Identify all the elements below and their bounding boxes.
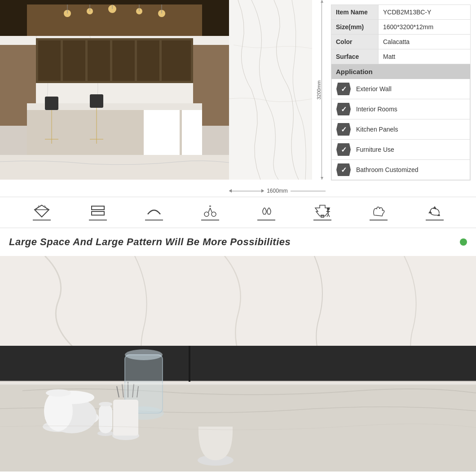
bottom-kitchen-photo [0, 256, 476, 472]
svg-rect-22 [162, 40, 191, 81]
svg-rect-74 [189, 346, 190, 382]
bottom-photo-svg [0, 256, 476, 472]
svg-rect-19 [88, 40, 110, 81]
svg-rect-64 [113, 400, 138, 436]
svg-rect-39 [92, 206, 104, 210]
surface-label: Surface [331, 49, 379, 64]
svg-rect-25 [144, 110, 180, 155]
svg-rect-21 [137, 40, 159, 81]
spec-row-size: Size(mm) 1600*3200*12mm [331, 20, 471, 35]
app-item-exterior-wall: Exterior Wall [331, 79, 470, 99]
svg-line-43 [208, 208, 210, 212]
svg-rect-18 [63, 40, 85, 81]
hand-icon [370, 204, 387, 218]
app-label-interior: Interior Rooms [356, 106, 397, 113]
item-name-value: YCDB2M13BC-Y [379, 5, 471, 20]
layers-icon [90, 204, 106, 218]
app-label-furniture: Furniture Use [356, 146, 394, 153]
feature-hand [370, 204, 388, 220]
tree-icon [313, 204, 331, 218]
check-icon-exterior [336, 83, 351, 95]
surface-value: Matt [379, 49, 471, 64]
recycle-icon [427, 204, 443, 218]
dim-width-label: 1600mm [264, 188, 291, 194]
svg-point-48 [327, 207, 330, 210]
spec-area: Item Name YCDB2M13BC-Y Size(mm) 1600*320… [326, 0, 476, 185]
feature-arc [145, 204, 163, 220]
check-icon-furniture [336, 143, 351, 156]
svg-rect-27 [45, 97, 58, 110]
feature-drops [257, 204, 275, 220]
feature-layers [89, 204, 107, 220]
svg-rect-51 [0, 346, 476, 382]
scissors-icon [202, 204, 218, 218]
svg-rect-30 [90, 94, 103, 108]
svg-point-41 [204, 212, 209, 216]
feature-tree [313, 204, 331, 220]
svg-rect-17 [38, 40, 61, 81]
app-label-bathroom: Bathroom Customized [356, 166, 419, 173]
features-bar [0, 197, 476, 228]
marble-tile-image [229, 0, 312, 180]
size-label: Size(mm) [331, 20, 379, 35]
svg-rect-34 [229, 0, 312, 180]
svg-point-42 [212, 212, 216, 216]
dimension-height: 3200mm [312, 0, 326, 180]
spec-row-surface: Surface Matt [331, 49, 471, 64]
size-value: 1600*3200*12mm [379, 20, 471, 35]
drops-icon [258, 204, 274, 218]
feature-recycle [426, 204, 444, 220]
dimension-width-row: 1600mm [229, 185, 326, 197]
spec-table: Item Name YCDB2M13BC-Y Size(mm) 1600*320… [331, 4, 471, 64]
svg-line-44 [210, 208, 212, 212]
color-label: Color [331, 35, 379, 49]
diamond-icon [34, 204, 50, 218]
app-label-kitchen: Kitchen Panels [356, 126, 398, 133]
feature-diamond [33, 204, 51, 220]
svg-point-62 [99, 402, 112, 406]
arc-icon [146, 204, 162, 218]
svg-point-56 [125, 349, 163, 360]
svg-rect-26 [182, 110, 202, 155]
svg-marker-46 [315, 205, 330, 216]
dim-height-label: 3200mm [316, 80, 322, 100]
feature-scissors [201, 204, 219, 220]
kitchen-photo [0, 0, 229, 180]
application-section: Application Exterior Wall Interior Rooms… [331, 64, 471, 181]
svg-rect-61 [99, 404, 112, 433]
top-section: 3200mm Item Name YCDB2M13BC-Y Size(mm) 1… [0, 0, 476, 185]
svg-point-71 [44, 391, 73, 431]
svg-rect-20 [112, 40, 135, 81]
app-item-bathroom: Bathroom Customized [331, 160, 470, 180]
item-name-label: Item Name [331, 5, 379, 20]
svg-rect-33 [0, 155, 229, 180]
app-item-kitchen-panels: Kitchen Panels [331, 119, 470, 140]
check-icon-interior [336, 103, 351, 115]
tagline-section: Large Space And Large Pattern Will Be Mo… [0, 228, 476, 256]
app-label-exterior: Exterior Wall [356, 85, 392, 93]
svg-marker-35 [35, 205, 49, 217]
check-icon-kitchen [336, 123, 351, 136]
app-item-furniture: Furniture Use [331, 140, 470, 160]
color-value: Calacatta [379, 35, 471, 49]
check-icon-bathroom [336, 163, 351, 176]
svg-rect-40 [92, 212, 104, 215]
app-item-interior-rooms: Interior Rooms [331, 99, 470, 119]
svg-point-72 [46, 389, 71, 397]
spec-row-name: Item Name YCDB2M13BC-Y [331, 5, 471, 20]
spec-row-color: Color Calacatta [331, 35, 471, 49]
tagline-text: Large Space And Large Pattern Will Be Mo… [9, 236, 291, 248]
svg-rect-75 [0, 383, 476, 385]
green-dot [460, 238, 467, 246]
application-header: Application [331, 64, 470, 79]
